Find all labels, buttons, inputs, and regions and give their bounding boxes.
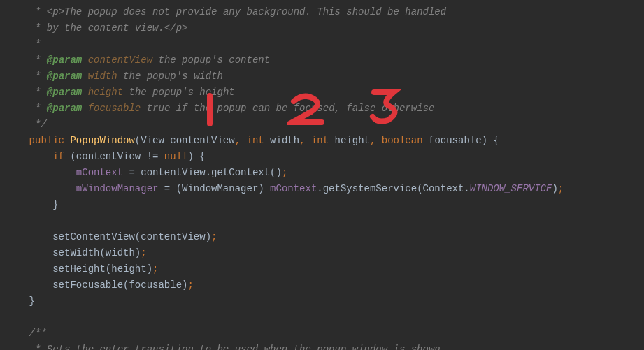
- token-doc-param: contentView: [88, 54, 152, 66]
- code-area[interactable]: * <p>The popup does not provide any back…: [6, 0, 564, 350]
- code-line[interactable]: setContentView(contentView);: [6, 229, 564, 245]
- code-line[interactable]: }: [6, 293, 564, 309]
- token-paren: height: [335, 135, 370, 146]
- token-keyword: int: [311, 135, 335, 146]
- token-paren: width: [270, 135, 299, 146]
- token-doc-param: width: [88, 71, 117, 82]
- token-doc-param: focusable: [88, 103, 141, 114]
- code-line[interactable]: * @param focusable true if the popup can…: [6, 101, 564, 117]
- code-line[interactable]: [6, 213, 564, 229]
- code-line[interactable]: if (contentView != null) {: [6, 149, 564, 165]
- token-comment: the popup's content: [152, 54, 270, 66]
- token-doc-param: height: [88, 87, 123, 98]
- token-comment: *: [35, 71, 47, 82]
- code-line[interactable]: /**: [6, 326, 564, 342]
- token-comment: * by the content view.: [35, 22, 164, 34]
- code-line[interactable]: *: [6, 36, 564, 52]
- token-comment: *: [35, 54, 47, 66]
- token-comma: ,: [299, 135, 311, 146]
- token-doc-tag: @param: [47, 71, 82, 82]
- code-line[interactable]: * @param height the popup's height: [6, 85, 564, 101]
- token-paren: }: [29, 296, 35, 307]
- code-line[interactable]: * @param contentView the popup's content: [6, 52, 564, 68]
- code-editor[interactable]: * <p>The popup does not provide any back…: [0, 0, 644, 350]
- token-tag: </p>: [164, 22, 188, 34]
- token-call: setFocusable(focusable): [52, 279, 187, 291]
- token-comment: *: [35, 38, 41, 50]
- token-paren: }: [52, 199, 58, 210]
- token-op: = (WindowManager): [158, 183, 270, 194]
- token-comma: ,: [370, 135, 382, 146]
- token-comment: [82, 87, 87, 98]
- token-paren: (View contentView: [135, 135, 235, 146]
- code-line[interactable]: */: [6, 117, 564, 133]
- token-keyword: if: [52, 151, 70, 162]
- token-op: .: [317, 183, 322, 194]
- token-doc-tag: @param: [47, 103, 82, 114]
- token-comment: [82, 71, 87, 82]
- token-doc-tag: @param: [47, 54, 82, 66]
- token-op: = contentView.getContext(): [123, 167, 282, 178]
- token-field: mContext: [76, 167, 123, 178]
- code-line[interactable]: setFocusable(focusable);: [6, 277, 564, 293]
- code-line[interactable]: mWindowManager = (WindowManager) mContex…: [6, 181, 564, 197]
- token-comment: * Sets the enter transition to be used w…: [35, 344, 446, 350]
- token-field: mContext: [270, 183, 317, 194]
- token-semi: ;: [282, 167, 287, 178]
- token-field: mWindowManager: [76, 183, 159, 194]
- code-line[interactable]: }: [6, 197, 564, 213]
- code-line[interactable]: [6, 309, 564, 326]
- token-comment: [82, 103, 87, 114]
- token-op: (Context.: [417, 183, 470, 194]
- code-line[interactable]: * by the content view.</p>: [6, 20, 564, 36]
- token-keyword: null: [164, 151, 188, 162]
- token-call: setContentView(contentView): [52, 231, 211, 242]
- code-line[interactable]: public PopupWindow(View contentView, int…: [6, 133, 564, 149]
- token-call: getSystemService: [323, 183, 417, 194]
- token-keyword: int: [246, 135, 270, 146]
- token-paren: ) {: [187, 151, 205, 162]
- token-comment: the popup's height: [123, 87, 235, 98]
- token-doc-tag: @param: [47, 87, 82, 98]
- token-comment: the popup's width: [117, 71, 223, 82]
- code-line[interactable]: * Sets the enter transition to be used w…: [6, 342, 564, 350]
- token-call: setWidth(width): [52, 247, 141, 258]
- token-semi: ;: [152, 263, 158, 275]
- token-semi: ;: [211, 231, 217, 242]
- token-comma: ,: [235, 135, 247, 146]
- token-comment: /**: [29, 328, 47, 339]
- gutter: [0, 0, 6, 350]
- token-semi: ;: [187, 279, 193, 291]
- token-comment: *: [35, 6, 47, 17]
- token-keyword: public: [29, 135, 71, 146]
- code-line[interactable]: * @param width the popup's width: [6, 68, 564, 85]
- token-comment: *: [35, 87, 47, 98]
- token-comment: true if the popup can be focused, false …: [141, 103, 434, 114]
- token-comment: *: [35, 103, 47, 114]
- code-line[interactable]: setWidth(width);: [6, 245, 564, 261]
- code-line[interactable]: setHeight(height);: [6, 261, 564, 277]
- token-comment: */: [35, 119, 47, 130]
- token-paren: (contentView !=: [70, 151, 164, 162]
- token-keyword: boolean: [382, 135, 429, 146]
- token-comment: The popup does not provide any backgroun…: [64, 6, 446, 17]
- token-tag: <p>: [47, 6, 64, 17]
- token-comment: [82, 54, 87, 66]
- token-call: setHeight(height): [52, 263, 152, 275]
- token-method-decl: PopupWindow: [70, 135, 134, 146]
- code-line[interactable]: * <p>The popup does not provide any back…: [6, 4, 564, 20]
- code-line[interactable]: mContext = contentView.getContext();: [6, 165, 564, 181]
- token-static-field: WINDOW_SERVICE: [470, 183, 552, 194]
- token-semi: ;: [141, 247, 146, 258]
- token-paren: focusable) {: [429, 135, 499, 146]
- token-op: ): [552, 183, 557, 194]
- token-semi: ;: [558, 183, 564, 194]
